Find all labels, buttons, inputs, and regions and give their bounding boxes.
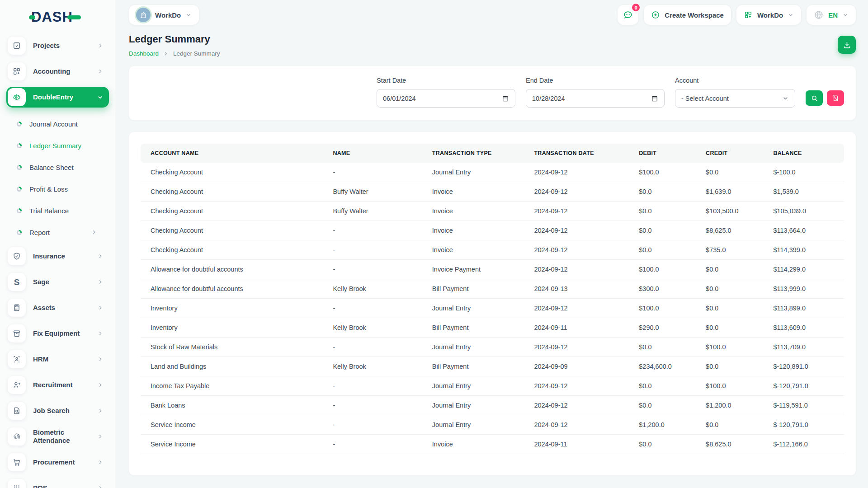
sidebar-item-recruitment[interactable]: Recruitment [6,375,109,395]
start-date-input[interactable]: 06/01/2024 [377,89,515,108]
column-header-credit: CREDIT [701,144,769,163]
table-cell: Journal Entry [428,299,530,318]
sidebar-subitem-ledger-summary[interactable]: Ledger Summary [6,135,109,156]
table-cell: $0.0 [701,299,769,318]
table-cell: 2024-09-12 [529,182,634,202]
topbar-actions: 0 Create Workspace WorkDo [618,5,856,25]
logo-accent-dot [29,15,35,19]
table-cell: Invoice [428,221,530,240]
sidebar-subitem-trial-balance[interactable]: Trial Balance [6,200,109,221]
language-selector[interactable]: EN [807,5,856,25]
table-cell: $234,600.0 [634,357,701,376]
sidebar-item-biometric-attendance[interactable]: Biometric Attendance [6,426,109,447]
brand-logo[interactable]: DASH [0,0,115,33]
sidebar-item-projects[interactable]: Projects [6,35,109,56]
table-cell: $-120,891.0 [769,357,844,376]
table-cell: Buffy Walter [328,182,427,202]
table-cell: $0.0 [634,396,701,415]
table-row: Inventory-Journal Entry2024-09-12$100.0$… [141,299,844,318]
sidebar-subitem-profit-loss[interactable]: Profit & Loss [6,178,109,200]
sidebar-item-insurance[interactable]: Insurance [6,246,109,267]
sidebar-subitem-journal-account[interactable]: Journal Account [6,113,109,135]
bullet-icon [17,187,22,192]
sidebar-item-pos[interactable]: POS [6,478,109,488]
ledger-table: ACCOUNT NAMENAMETRANSACTION TYPETRANSACT… [141,144,844,454]
reset-button[interactable] [827,90,844,106]
sidebar-item-sage[interactable]: SSage [6,272,109,292]
sidebar-subitem-report[interactable]: Report [6,221,109,243]
table-cell: Allowance for doubtful accounts [141,260,328,279]
account-field: Account - Select Account [675,77,795,108]
table-cell: $1,200.0 [634,415,701,435]
workspace-switcher[interactable]: WorkDo [129,5,199,25]
table-cell: Journal Entry [428,163,530,182]
sidebar-subitem-label: Ledger Summary [29,142,81,150]
table-row: Bank Loans-Journal Entry2024-09-12$0.0$1… [141,396,844,415]
table-cell: 2024-09-11 [529,318,634,338]
end-date-field: End Date 10/28/2024 [526,77,665,108]
table-cell: $300.0 [634,279,701,299]
table-cell: Stock of Raw Materials [141,338,328,357]
sidebar-item-label: POS [33,484,90,488]
sage-icon: S [8,273,26,291]
sidebar-subitem-balance-sheet[interactable]: Balance Sheet [6,156,109,178]
table-row: Service Income-Journal Entry2024-09-12$1… [141,415,844,435]
table-cell: - [328,396,427,415]
table-cell: $0.0 [701,357,769,376]
table-cell: $0.0 [634,182,701,202]
table-cell: - [328,299,427,318]
download-button[interactable] [838,36,856,54]
search-icon [811,94,818,102]
table-cell: Journal Entry [428,415,530,435]
messages-button[interactable]: 0 [618,5,638,25]
table-cell: 2024-09-12 [529,376,634,396]
table-cell: - [328,415,427,435]
table-cell: $100.0 [701,338,769,357]
table-cell: Checking Account [141,163,328,182]
sidebar-item-fix-equipment[interactable]: Fix Equipment [6,323,109,344]
bullet-icon [17,165,22,170]
breadcrumb: Dashboard Ledger Summary [129,50,856,57]
sidebar-item-hrm[interactable]: HRM [6,349,109,370]
table-cell: $100.0 [701,376,769,396]
sidebar-item-procurement[interactable]: Procurement [6,452,109,473]
brand-logo-text: DASH [29,10,81,24]
ledger-table-card: ACCOUNT NAMENAMETRANSACTION TYPETRANSACT… [129,132,856,475]
table-cell: - [328,240,427,260]
reset-icon [832,94,840,102]
chevron-right-icon [97,279,104,285]
table-cell: Invoice Payment [428,260,530,279]
table-cell: $113,664.0 [769,221,844,240]
chevron-down-icon [782,95,789,102]
breadcrumb-dashboard-link[interactable]: Dashboard [129,50,159,57]
tasks-icon [8,37,26,55]
chevron-right-icon [97,330,104,337]
doc-search-icon [8,402,26,420]
workspace-label: WorkDo [155,11,181,19]
search-button[interactable] [806,90,823,106]
bullet-icon [17,208,22,213]
calendar-icon[interactable] [651,95,658,102]
table-row: Stock of Raw Materials-Journal Entry2024… [141,338,844,357]
sidebar-item-assets[interactable]: Assets [6,297,109,318]
end-date-input[interactable]: 10/28/2024 [526,89,665,108]
table-cell: $735.0 [701,240,769,260]
table-cell: Journal Entry [428,376,530,396]
sidebar-item-doubleentry[interactable]: DoubleEntry [6,87,109,108]
table-cell: $0.0 [634,202,701,221]
calendar-icon[interactable] [502,95,509,102]
download-icon [843,41,851,49]
bullet-icon [17,143,22,148]
table-cell: Journal Entry [428,338,530,357]
account-select[interactable]: - Select Account [675,89,795,108]
table-cell: 2024-09-12 [529,415,634,435]
sidebar-item-job-search[interactable]: Job Search [6,400,109,421]
table-cell: $114,299.0 [769,260,844,279]
building-icon [136,8,151,22]
chevron-right-icon [97,459,104,465]
table-cell: $100.0 [634,299,701,318]
create-workspace-button[interactable]: Create Workspace [644,5,731,25]
table-cell: Service Income [141,435,328,454]
sidebar-item-accounting[interactable]: Accounting [6,61,109,82]
apps-menu-button[interactable]: WorkDo [736,5,801,25]
